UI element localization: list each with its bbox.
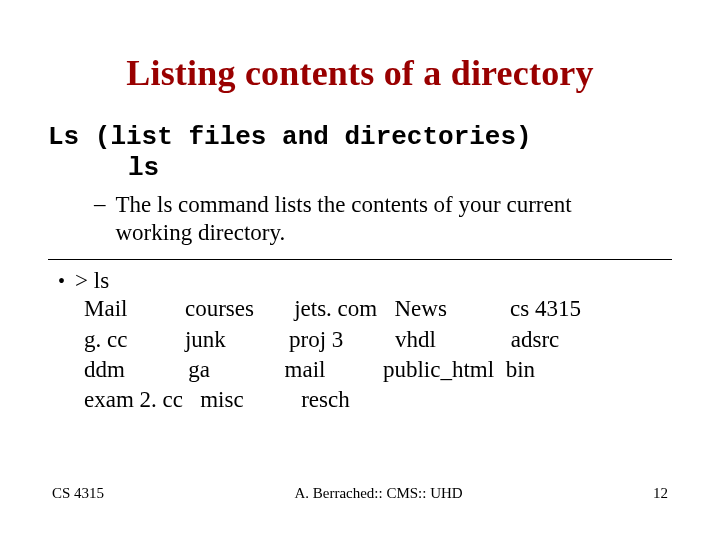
footer-right: 12 (653, 485, 668, 502)
command-name: ls (128, 153, 672, 183)
footer-center: A. Berrached:: CMS:: UHD (294, 485, 462, 502)
command-intro: Ls (list files and directories) (48, 122, 672, 152)
separator-line (48, 259, 672, 260)
example-row: • > ls (58, 268, 672, 294)
description-text: The ls command lists the contents of you… (116, 191, 636, 246)
dash-icon: – (94, 191, 106, 217)
slide-title: Listing contents of a directory (0, 0, 720, 94)
bullet-icon: • (58, 270, 65, 293)
description-row: – The ls command lists the contents of y… (94, 191, 672, 246)
footer: CS 4315 A. Berrached:: CMS:: UHD 12 (0, 485, 720, 502)
slide-body: Ls (list files and directories) ls – The… (0, 122, 720, 416)
ls-output: Mail courses jets. com News cs 4315 g. c… (84, 294, 672, 415)
footer-left: CS 4315 (52, 485, 104, 502)
slide: Listing contents of a directory Ls (list… (0, 0, 720, 540)
prompt-line: > ls (75, 268, 109, 294)
